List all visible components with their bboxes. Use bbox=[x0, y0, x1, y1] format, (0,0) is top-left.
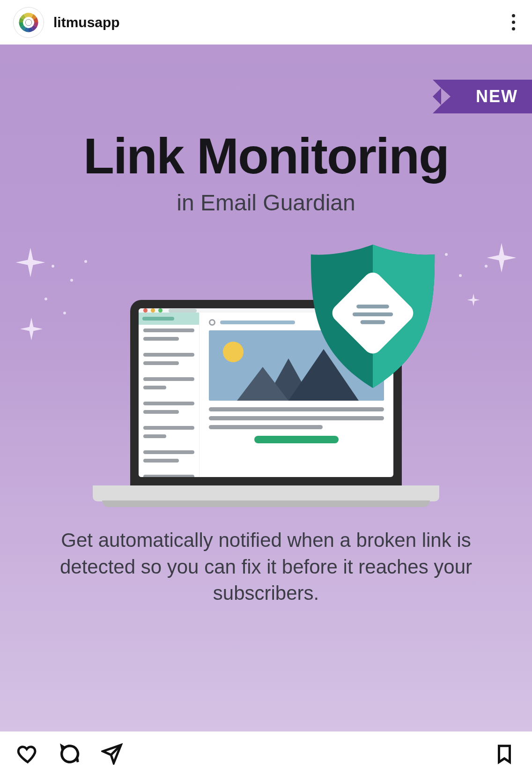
comment-button[interactable] bbox=[58, 742, 81, 766]
decorative-dot bbox=[70, 279, 73, 282]
avatar[interactable] bbox=[13, 7, 44, 38]
shield-icon bbox=[307, 241, 438, 391]
svg-point-0 bbox=[25, 19, 31, 25]
decorative-dot bbox=[84, 260, 87, 263]
like-button[interactable] bbox=[16, 742, 39, 766]
color-wheel-logo-icon bbox=[17, 11, 40, 34]
headline: Link Monitoring bbox=[0, 127, 532, 185]
post-header: litmusapp bbox=[0, 0, 532, 45]
sparkle-icon bbox=[466, 293, 480, 307]
more-vertical-icon bbox=[512, 14, 515, 17]
decorative-dot bbox=[445, 253, 448, 256]
more-options-button[interactable] bbox=[508, 10, 519, 34]
decorative-dot bbox=[52, 265, 54, 268]
username[interactable]: litmusapp bbox=[53, 15, 120, 30]
bookmark-icon bbox=[494, 743, 515, 765]
sparkle-icon bbox=[14, 246, 47, 279]
comment-icon bbox=[59, 743, 81, 765]
save-button[interactable] bbox=[493, 742, 516, 766]
sparkle-icon bbox=[485, 241, 518, 274]
ribbon-label: NEW bbox=[476, 87, 518, 106]
new-ribbon: NEW bbox=[450, 80, 532, 113]
paper-plane-icon bbox=[101, 743, 123, 765]
sparkle-icon bbox=[19, 316, 44, 342]
subheadline: in Email Guardian bbox=[0, 190, 532, 216]
decorative-dot bbox=[63, 312, 66, 314]
body-copy: Get automatically notified when a broken… bbox=[33, 527, 499, 607]
decorative-dot bbox=[485, 265, 488, 268]
post-action-bar bbox=[0, 731, 532, 776]
heart-icon bbox=[17, 743, 38, 765]
decorative-dot bbox=[459, 274, 462, 277]
decorative-dot bbox=[44, 298, 47, 300]
share-button[interactable] bbox=[100, 742, 124, 766]
post-image[interactable]: NEW Link Monitoring in Email Guardian bbox=[0, 45, 532, 731]
email-cta-button bbox=[254, 436, 339, 443]
email-list-panel bbox=[139, 313, 200, 477]
